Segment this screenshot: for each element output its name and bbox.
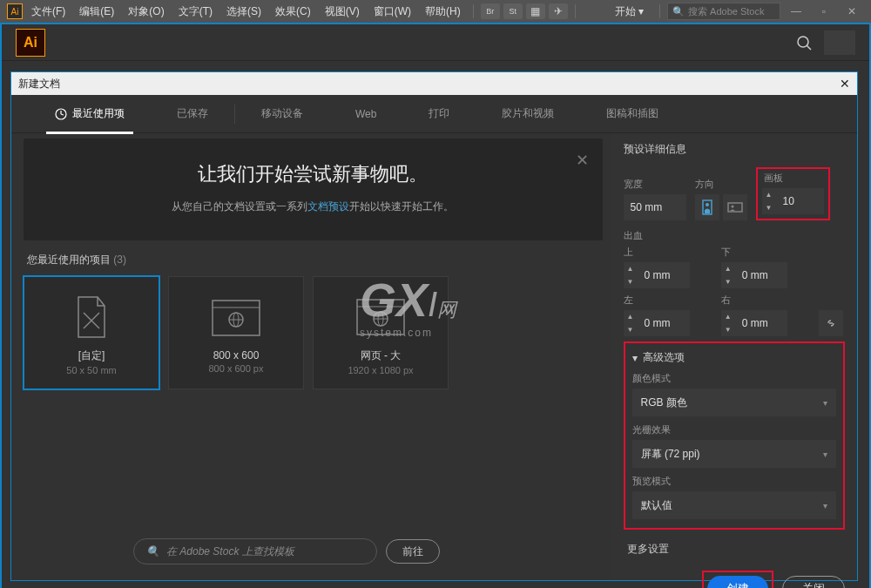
tab-saved[interactable]: 已保存 <box>151 95 234 133</box>
tab-web[interactable]: Web <box>329 95 402 133</box>
svg-rect-12 <box>357 300 404 335</box>
bleed-right-input[interactable]: 0 mm <box>735 310 787 336</box>
artboard-highlight: 画板 ▲▼ 10 <box>756 167 830 220</box>
advanced-label: 高级选项 <box>643 350 685 365</box>
template-search-input[interactable]: 🔍 在 Adobe Stock 上查找模板 <box>133 538 377 564</box>
card-title: [自定] <box>78 348 105 363</box>
bleed-bottom-input[interactable]: 0 mm <box>735 262 787 288</box>
bleed-left-stepper[interactable]: ▲▼ <box>624 310 638 336</box>
artboard-stepper[interactable]: ▲▼ <box>762 188 776 214</box>
svg-point-18 <box>706 203 709 206</box>
web-icon <box>355 291 406 343</box>
document-icon <box>71 291 111 343</box>
new-document-dialog: 新建文档 ✕ 最近使用项 已保存 移动设备 Web 打印 胶片和视频 图稿和插图… <box>10 71 858 581</box>
menu-select[interactable]: 选择(S) <box>221 3 267 21</box>
bleed-right-stepper[interactable]: ▲▼ <box>721 310 735 336</box>
card-sub: 800 x 600 px <box>209 363 264 374</box>
recent-label: 您最近使用的项目 (3) <box>27 253 603 267</box>
menu-effect[interactable]: 效果(C) <box>270 3 316 21</box>
minimize-icon[interactable]: — <box>784 3 808 19</box>
stock-search-placeholder: 搜索 Adobe Stock <box>688 5 764 18</box>
width-label: 宽度 <box>624 178 686 191</box>
search-icon: 🔍 <box>146 545 159 558</box>
preset-details: 预设详细信息 宽度 50 mm 方向 <box>611 133 857 580</box>
template-search: 🔍 在 Adobe Stock 上查找模板 前往 <box>133 538 440 564</box>
sync-icon[interactable]: ✈ <box>549 3 568 19</box>
tab-label: Web <box>355 108 376 120</box>
tab-label: 已保存 <box>177 106 208 121</box>
raster-select[interactable]: 屏幕 (72 ppi)▾ <box>632 440 836 468</box>
menu-edit[interactable]: 编辑(E) <box>74 3 119 21</box>
color-mode-select[interactable]: RGB 颜色▾ <box>632 389 836 416</box>
chevron-down-icon: ▾ <box>823 501 827 510</box>
bleed-bottom-label: 下 <box>721 246 812 259</box>
menu-view[interactable]: 视图(V) <box>320 3 365 21</box>
search-icon[interactable] <box>793 31 815 54</box>
menu-help[interactable]: 帮助(H) <box>420 3 466 21</box>
svg-line-1 <box>807 45 811 50</box>
web-icon <box>211 292 261 344</box>
bleed-top-input[interactable]: 0 mm <box>638 262 690 288</box>
arrange-icon[interactable]: ▦ <box>526 3 545 19</box>
bleed-top-stepper[interactable]: ▲▼ <box>624 262 638 288</box>
orientation-portrait[interactable] <box>695 194 719 220</box>
card-title: 网页 - 大 <box>361 348 402 363</box>
chevron-down-icon: ▾ <box>632 352 638 364</box>
bridge-icon[interactable]: Br <box>481 3 500 19</box>
hero-link[interactable]: 文档预设 <box>307 200 349 213</box>
close-icon[interactable]: ✕ <box>840 77 850 91</box>
link-icon[interactable] <box>819 310 843 336</box>
card-sub: 50 x 50 mm <box>66 365 116 375</box>
tab-film[interactable]: 胶片和视频 <box>476 95 580 133</box>
more-settings-link[interactable]: 更多设置 <box>627 542 845 557</box>
preset-card-web-large[interactable]: 网页 - 大 1920 x 1080 px <box>313 276 449 389</box>
artboard-label: 画板 <box>759 170 827 185</box>
account-button[interactable] <box>824 30 855 55</box>
hero-title: 让我们开始尝试新事物吧。 <box>41 161 585 187</box>
hero-text: 从您自己的文档设置或一系列文档预设开始以快速开始工作。 <box>41 199 585 214</box>
bleed-left-input[interactable]: 0 mm <box>638 310 690 336</box>
stock-icon[interactable]: St <box>503 3 523 19</box>
tab-recent[interactable]: 最近使用项 <box>29 95 151 133</box>
search-icon: 🔍 <box>672 6 685 17</box>
stock-search[interactable]: 🔍 搜索 Adobe Stock <box>667 3 780 20</box>
card-title: 800 x 600 <box>213 349 260 362</box>
svg-rect-7 <box>213 301 260 335</box>
artboard-input[interactable]: 10 <box>776 188 824 214</box>
menu-window[interactable]: 窗口(W) <box>368 3 416 21</box>
preset-gallery: ✕ 让我们开始尝试新事物吧。 从您自己的文档设置或一系列文档预设开始以快速开始工… <box>11 133 611 580</box>
menu-file[interactable]: 文件(F) <box>26 3 71 21</box>
chevron-down-icon: ▾ <box>823 398 827 408</box>
advanced-toggle[interactable]: ▾ 高级选项 <box>632 350 836 365</box>
create-button[interactable]: 创建 <box>707 576 768 588</box>
chevron-down-icon: ▾ <box>823 449 827 459</box>
create-button-highlight: 创建 <box>702 571 773 588</box>
orientation-landscape[interactable] <box>723 194 747 220</box>
menu-text[interactable]: 文字(T) <box>173 3 218 21</box>
workspace-switcher[interactable]: 开始 ▾ <box>606 3 652 21</box>
width-input[interactable]: 50 mm <box>624 194 686 220</box>
preview-label: 预览模式 <box>632 475 836 488</box>
svg-line-4 <box>61 114 64 115</box>
details-header: 预设详细信息 <box>624 142 845 157</box>
close-icon[interactable]: ✕ <box>840 3 864 19</box>
go-button[interactable]: 前往 <box>386 539 440 564</box>
close-button[interactable]: 关闭 <box>782 576 845 588</box>
tab-art[interactable]: 图稿和插图 <box>580 95 685 133</box>
preview-select[interactable]: 默认值▾ <box>632 491 836 519</box>
tab-label: 图稿和插图 <box>606 106 658 121</box>
tab-print[interactable]: 打印 <box>402 95 476 133</box>
maximize-icon[interactable]: ▫ <box>812 3 836 19</box>
menu-object[interactable]: 对象(O) <box>123 3 169 21</box>
app-logo: Ai <box>16 29 45 57</box>
search-placeholder: 在 Adobe Stock 上查找模板 <box>166 544 294 559</box>
preset-card-800x600[interactable]: 800 x 600 800 x 600 px <box>168 276 304 389</box>
bleed-bottom-stepper[interactable]: ▲▼ <box>721 262 735 288</box>
close-icon[interactable]: ✕ <box>576 151 589 170</box>
tab-mobile[interactable]: 移动设备 <box>235 95 329 133</box>
advanced-options-highlight: ▾ 高级选项 颜色模式 RGB 颜色▾ 光栅效果 屏幕 (72 ppi)▾ 预览… <box>624 341 845 530</box>
preset-card-custom[interactable]: [自定] 50 x 50 mm <box>24 276 159 389</box>
preset-tabs: 最近使用项 已保存 移动设备 Web 打印 胶片和视频 图稿和插图 <box>11 95 857 133</box>
preset-cards: [自定] 50 x 50 mm 800 x 600 800 x 600 px 网… <box>24 276 603 389</box>
clock-icon <box>55 108 67 120</box>
